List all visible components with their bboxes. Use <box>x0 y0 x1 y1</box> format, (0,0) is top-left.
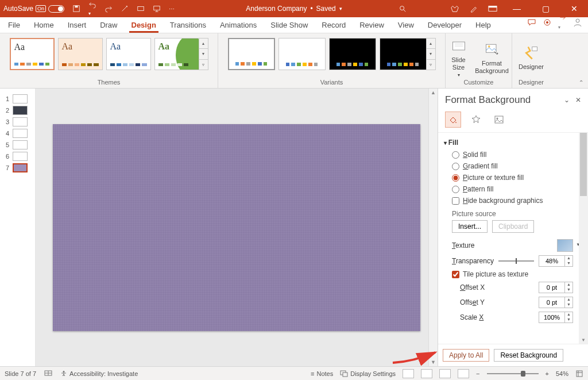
theme-thumb-1[interactable]: Aa <box>10 38 55 70</box>
slide-counter[interactable]: Slide 7 of 7 <box>5 370 36 377</box>
canvas-scrollbar[interactable] <box>428 89 438 366</box>
maximize-button[interactable]: ▢ <box>536 0 555 17</box>
svg-point-17 <box>63 371 65 373</box>
zoom-out-button[interactable]: − <box>476 370 479 377</box>
redo-icon[interactable] <box>105 5 113 13</box>
panel-scrollbar[interactable]: ▲▼ <box>579 133 588 344</box>
tab-transitions[interactable]: Transitions <box>168 17 208 33</box>
panel-close-icon[interactable]: ✕ <box>575 96 581 104</box>
transparency-spinner[interactable]: ▲▼ <box>539 255 573 267</box>
apply-to-all-button[interactable]: Apply to All <box>443 349 489 362</box>
present-icon[interactable] <box>153 5 161 13</box>
customize-group-label: Customize <box>464 79 494 87</box>
variant-thumb-4[interactable] <box>380 38 427 70</box>
tab-home[interactable]: Home <box>32 17 56 33</box>
slide-thumbnail[interactable]: 6 <box>0 151 35 162</box>
theme-thumb-3[interactable]: Aa <box>106 38 151 70</box>
zoom-level[interactable]: 54% <box>556 370 568 377</box>
close-button[interactable]: ✕ <box>565 0 583 17</box>
slide-thumbnail[interactable]: 1 <box>0 93 35 105</box>
ribbon-mode-icon[interactable] <box>488 5 497 12</box>
designer-button[interactable]: Designer <box>515 38 547 78</box>
slide-thumbnail[interactable]: 5 <box>0 139 35 151</box>
themes-gallery[interactable]: Aa Aa Aa Aa <box>10 38 199 70</box>
scale-x-spinner[interactable]: ▲▼ <box>539 312 573 323</box>
search-icon[interactable] <box>399 5 407 13</box>
normal-view-button[interactable] <box>403 369 414 378</box>
tab-help[interactable]: Help <box>473 17 493 33</box>
panel-options-icon[interactable]: ⌄ <box>564 96 570 104</box>
solid-fill-radio[interactable]: Solid fill <box>444 149 586 160</box>
theme-thumb-4[interactable]: Aa <box>154 38 199 70</box>
variant-thumb-3[interactable] <box>329 38 376 70</box>
zoom-slider[interactable] <box>487 373 539 374</box>
pen-icon[interactable] <box>470 5 478 13</box>
themes-group-label: Themes <box>98 79 121 87</box>
fill-section-header[interactable]: Fill <box>444 136 586 149</box>
ribbon-collapse-icon[interactable]: ⌃ <box>579 79 583 86</box>
undo-icon[interactable]: ▾ <box>88 1 96 17</box>
tab-review[interactable]: Review <box>357 17 386 33</box>
themes-scroll[interactable]: ▴▾▿ <box>199 38 208 70</box>
tab-animations[interactable]: Animations <box>218 17 259 33</box>
hide-bg-checkbox[interactable]: Hide background graphics <box>444 195 586 206</box>
reset-background-button[interactable]: Reset Background <box>494 349 563 362</box>
tab-slideshow[interactable]: Slide Show <box>268 17 310 33</box>
display-settings-button[interactable]: Display Settings <box>340 370 396 377</box>
autosave-toggle[interactable]: AutoSave On <box>3 5 64 13</box>
insert-button[interactable]: Insert... <box>452 220 488 233</box>
effects-tab-icon[interactable] <box>468 112 484 128</box>
reading-view-button[interactable] <box>439 369 451 378</box>
slide-size-button[interactable]: Slide Size ▾ <box>446 38 472 78</box>
zoom-in-button[interactable]: + <box>546 370 549 377</box>
tab-insert[interactable]: Insert <box>65 17 89 33</box>
offset-y-spinner[interactable]: ▲▼ <box>539 297 573 308</box>
variant-thumb-2[interactable] <box>278 38 326 70</box>
record-icon[interactable] <box>543 18 551 26</box>
minimize-button[interactable]: — <box>508 0 526 17</box>
slide-thumbnail[interactable]: 2 <box>0 105 35 116</box>
slide-thumbnail[interactable]: 3 <box>0 116 35 128</box>
tab-view[interactable]: View <box>396 17 416 33</box>
premium-icon[interactable] <box>450 5 459 13</box>
tab-record[interactable]: Record <box>319 17 348 33</box>
slide-thumbnail[interactable]: 4 <box>0 128 35 139</box>
title-dropdown-icon[interactable]: ▾ <box>339 6 342 11</box>
tab-draw[interactable]: Draw <box>98 17 119 33</box>
clipboard-button: Clipboard <box>492 220 534 233</box>
transparency-slider[interactable] <box>498 260 534 262</box>
tile-checkbox[interactable]: Tile picture as texture <box>444 268 586 280</box>
slideshow-view-button[interactable] <box>458 369 469 378</box>
pattern-fill-radio[interactable]: Pattern fill <box>444 183 586 195</box>
tab-file[interactable]: File <box>6 17 22 33</box>
variants-gallery[interactable] <box>228 38 427 70</box>
fit-to-window-button[interactable] <box>575 370 583 378</box>
variant-thumb-1[interactable] <box>228 38 275 70</box>
save-icon[interactable] <box>72 5 80 13</box>
theme-thumb-2[interactable]: Aa <box>58 38 103 70</box>
svg-point-12 <box>488 45 490 48</box>
account-icon[interactable] <box>573 18 582 27</box>
notes-button[interactable]: ≡ Notes <box>311 370 333 377</box>
quick-icon-1[interactable] <box>121 5 129 13</box>
slide-thumbnail[interactable]: 7 <box>0 162 35 174</box>
accessibility-status[interactable]: Accessibility: Investigate <box>60 370 138 377</box>
texture-dropdown[interactable] <box>557 239 573 252</box>
tab-developer[interactable]: Developer <box>425 17 464 33</box>
svg-rect-14 <box>495 116 503 123</box>
picture-tab-icon[interactable] <box>491 112 507 128</box>
format-background-button[interactable]: Format Background <box>472 38 512 78</box>
gradient-fill-radio[interactable]: Gradient fill <box>444 160 586 172</box>
language-icon[interactable] <box>44 370 52 377</box>
offset-x-spinner[interactable]: ▲▼ <box>539 282 573 293</box>
fill-tab-icon[interactable] <box>445 112 461 128</box>
svg-rect-20 <box>577 371 582 377</box>
slide-canvas[interactable] <box>53 124 420 331</box>
variants-scroll[interactable]: ▴▾▿ <box>427 38 436 70</box>
sorter-view-button[interactable] <box>421 369 432 378</box>
qat-overflow-icon[interactable]: ⋯ <box>169 6 175 12</box>
quick-icon-2[interactable] <box>137 5 145 13</box>
tab-design[interactable]: Design <box>129 17 158 33</box>
picture-fill-radio[interactable]: Picture or texture fill <box>444 172 586 183</box>
comments-icon[interactable] <box>527 18 536 26</box>
